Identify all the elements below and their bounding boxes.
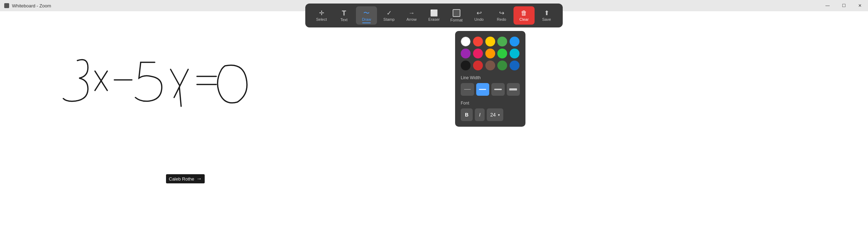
tool-stamp[interactable]: ✓ Stamp — [378, 6, 400, 25]
tool-clear[interactable]: 🗑 Clear — [513, 6, 535, 25]
line-width-controls — [461, 83, 520, 96]
annotation-arrow: → — [196, 176, 202, 182]
draw-icon: 〜 — [363, 10, 370, 16]
redo-label: Redo — [497, 17, 506, 21]
title-bar-title: Whiteboard - Zoom — [12, 3, 51, 8]
undo-label: Undo — [474, 17, 484, 21]
color-brown[interactable] — [485, 61, 495, 70]
annotation-username: Caleb Rothe — [169, 176, 194, 182]
tool-draw[interactable]: 〜 Draw — [356, 6, 377, 25]
text-label: Text — [340, 18, 347, 22]
save-label: Save — [542, 17, 551, 21]
format-label: Format — [451, 18, 463, 22]
tool-text[interactable]: T Text — [333, 6, 355, 25]
color-light-green[interactable] — [497, 37, 507, 46]
font-size-dropdown[interactable]: 24 ▾ — [487, 108, 503, 121]
color-blue[interactable] — [510, 37, 519, 46]
color-black[interactable] — [461, 61, 471, 70]
font-label: Font — [461, 101, 520, 106]
color-teal[interactable] — [510, 49, 519, 58]
font-size-value: 24 — [490, 112, 496, 118]
stamp-label: Stamp — [383, 17, 395, 21]
color-orange[interactable] — [485, 49, 495, 58]
line-thin-button[interactable] — [461, 83, 474, 96]
window-controls: — ☐ ✕ — [819, 0, 868, 11]
toolbar: ✛ Select T Text 〜 Draw ✓ Stamp → Arrow ⬜… — [305, 4, 563, 27]
annotation-label: Caleb Rothe → — [166, 174, 205, 183]
drawing-canvas[interactable]: Caleb Rothe → — [0, 11, 868, 252]
arrow-label: Arrow — [407, 17, 417, 21]
color-dark-blue[interactable] — [510, 61, 519, 70]
tool-format[interactable]: Format — [446, 6, 467, 25]
select-label: Select — [316, 17, 327, 21]
color-pink[interactable] — [473, 49, 483, 58]
bold-button[interactable]: B — [461, 108, 473, 121]
line-thin-icon — [464, 87, 471, 92]
text-icon: T — [342, 10, 346, 17]
format-square-icon — [453, 9, 460, 17]
line-medium-button[interactable] — [476, 83, 490, 96]
save-icon: ⬆ — [544, 10, 549, 16]
minimize-button[interactable]: — — [819, 0, 836, 11]
line-thick-button[interactable] — [491, 83, 505, 96]
app-icon — [4, 3, 9, 8]
maximize-button[interactable]: ☐ — [836, 0, 852, 11]
redo-icon: ↪ — [499, 10, 504, 16]
font-controls: B I 24 ▾ — [461, 108, 520, 121]
font-size-chevron-icon: ▾ — [498, 113, 500, 117]
clear-label: Clear — [519, 17, 529, 21]
line-width-label: Line Width — [461, 75, 520, 80]
draw-active-indicator — [362, 23, 371, 23]
stamp-icon: ✓ — [387, 10, 392, 16]
close-button[interactable]: ✕ — [852, 0, 868, 11]
draw-label: Draw — [362, 17, 371, 21]
line-thick-icon — [494, 87, 502, 92]
color-yellow[interactable] — [485, 37, 495, 46]
color-dark-red[interactable] — [473, 61, 483, 70]
color-white[interactable] — [461, 37, 471, 46]
arrow-icon: → — [408, 10, 415, 16]
line-extra-thick-icon — [509, 87, 517, 92]
clear-icon: 🗑 — [521, 10, 527, 16]
line-medium-icon — [479, 87, 486, 92]
tool-undo[interactable]: ↩ Undo — [468, 6, 490, 25]
color-dark-green[interactable] — [497, 61, 507, 70]
tool-save[interactable]: ⬆ Save — [536, 6, 557, 25]
italic-button[interactable]: I — [475, 108, 485, 121]
tool-arrow[interactable]: → Arrow — [401, 6, 422, 25]
undo-icon: ↩ — [477, 10, 482, 16]
tool-select[interactable]: ✛ Select — [311, 6, 332, 25]
color-grid — [461, 37, 520, 70]
tool-eraser[interactable]: ⬜ Eraser — [423, 6, 445, 25]
color-purple[interactable] — [461, 49, 471, 58]
tool-redo[interactable]: ↪ Redo — [491, 6, 512, 25]
line-extra-thick-button[interactable] — [507, 83, 520, 96]
equation-drawing — [56, 46, 267, 134]
select-icon: ✛ — [319, 10, 324, 16]
eraser-icon: ⬜ — [430, 10, 438, 16]
color-green[interactable] — [497, 49, 507, 58]
eraser-label: Eraser — [428, 17, 440, 21]
color-red[interactable] — [473, 37, 483, 46]
format-panel: Line Width Font B I 24 ▾ — [455, 31, 525, 127]
